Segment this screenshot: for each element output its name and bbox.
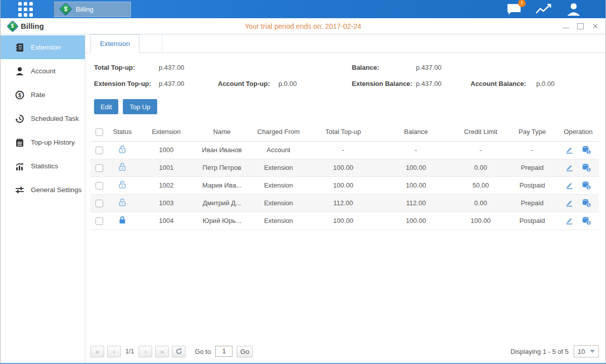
svg-text:$: $ — [18, 93, 21, 98]
col-balance: Balance — [378, 123, 454, 141]
cell-pay-type: Postpaid — [507, 176, 557, 194]
bar-chart-icon — [15, 162, 24, 171]
page-size-value: 10 — [578, 348, 585, 355]
app-grid-icon[interactable] — [18, 2, 33, 17]
next-page-button[interactable]: › — [138, 346, 152, 357]
user-account-icon[interactable] — [566, 3, 581, 16]
cell-credit-limit: 0.00 — [454, 159, 507, 176]
table-row: 1002 Мария Ива... Extension 100.00 100.0… — [90, 176, 599, 194]
sidebar: Extension Account $ Rate Scheduled Task — [1, 34, 85, 363]
account-topup-value: p.0.00 — [278, 80, 352, 87]
svg-text:$: $ — [588, 203, 590, 207]
sidebar-item-rate[interactable]: $ Rate — [1, 83, 85, 107]
tabstrip: Extension — [85, 34, 605, 53]
col-extension: Extension — [137, 123, 196, 141]
table-row: 1000 Иван Иванов Account - - - - $ — [90, 141, 599, 159]
cell-name: Юрий Юрь... — [196, 212, 248, 230]
edit-pencil-icon[interactable] — [565, 199, 574, 207]
account-balance-label: Account Balance: — [471, 80, 536, 87]
cell-name: Петр Петров — [196, 159, 248, 176]
top-up-coins-icon[interactable]: $ — [582, 199, 591, 208]
row-checkbox[interactable] — [96, 147, 103, 154]
topbar-actions: ! — [506, 3, 581, 16]
edit-pencil-icon[interactable] — [565, 216, 574, 225]
page-size-select[interactable]: 10 — [574, 345, 599, 357]
go-button[interactable]: Go — [237, 346, 253, 357]
billing-summary: Total Top-up: p.437.00 Balance: p.437.00… — [85, 53, 605, 87]
extension-topup-label: Extension Top-up: — [94, 80, 159, 87]
action-buttons: Edit Top Up — [94, 99, 605, 114]
col-status: Status — [108, 123, 137, 141]
chevron-down-icon — [590, 350, 595, 353]
table-row: 1004 Юрий Юрь... Extension 100.00 100.00… — [90, 212, 599, 230]
sidebar-item-topup-history[interactable]: Top-up History — [1, 130, 85, 154]
col-pay-type: Pay Type — [507, 123, 557, 141]
sidebar-item-scheduled-task[interactable]: Scheduled Task — [1, 107, 85, 130]
cell-pay-type: Postpaid — [507, 212, 557, 230]
row-checkbox[interactable] — [96, 182, 103, 190]
svg-text:$: $ — [588, 221, 590, 225]
sidebar-item-label: Scheduled Task — [31, 115, 79, 122]
notifications-icon[interactable]: ! — [506, 3, 522, 16]
taskbar-tab-billing[interactable]: $ Billing — [54, 2, 131, 17]
top-up-coins-icon[interactable]: $ — [582, 181, 591, 190]
edit-pencil-icon[interactable] — [565, 163, 574, 172]
sidebar-item-general-settings[interactable]: General Settings — [1, 178, 85, 202]
statistics-chart-icon[interactable] — [535, 3, 552, 16]
last-page-button[interactable]: » — [155, 346, 169, 357]
top-up-button[interactable]: Top Up — [123, 99, 157, 114]
tab-extension[interactable]: Extension — [90, 34, 139, 53]
table-header-row: Status Extension Name Charged From Total… — [90, 123, 599, 141]
page-indicator: 1/1 — [125, 348, 134, 355]
refresh-icon[interactable] — [172, 346, 185, 357]
sidebar-item-statistics[interactable]: Statistics — [1, 154, 85, 178]
ledger-icon — [15, 43, 24, 52]
desktop-topbar: $ Billing ! — [1, 0, 605, 18]
prev-page-button[interactable]: ‹ — [107, 346, 121, 357]
row-checkbox[interactable] — [96, 200, 103, 207]
edit-button[interactable]: Edit — [94, 99, 118, 114]
sidebar-item-extension[interactable]: Extension — [1, 35, 85, 59]
window-title: $ Billing — [8, 21, 44, 31]
minimize-button[interactable] — [563, 23, 569, 30]
account-balance-value: p.0.00 — [536, 80, 605, 87]
cell-pay-type: Prepaid — [507, 194, 557, 212]
sidebar-item-label: Extension — [31, 43, 61, 51]
edit-pencil-icon[interactable] — [565, 181, 574, 190]
edit-pencil-icon[interactable] — [565, 146, 574, 154]
svg-text:$: $ — [588, 186, 590, 190]
col-credit-limit: Credit Limit — [454, 123, 507, 141]
col-total-topup: Total Top-up — [309, 123, 378, 141]
cell-charged-from: Extension — [248, 159, 309, 176]
goto-input[interactable] — [215, 346, 232, 357]
sidebar-item-label: Statistics — [31, 162, 58, 170]
sidebar-item-account[interactable]: Account — [1, 59, 85, 83]
unlocked-icon — [118, 145, 127, 155]
top-up-coins-icon[interactable]: $ — [582, 163, 591, 172]
maximize-button[interactable] — [577, 23, 584, 30]
tab-label: Extension — [100, 40, 130, 48]
row-checkbox[interactable] — [96, 217, 103, 225]
unlocked-icon — [118, 180, 127, 191]
window-title-label: Billing — [21, 22, 44, 30]
notebook-icon — [15, 138, 24, 147]
close-button[interactable]: ✕ — [592, 23, 598, 30]
select-all-checkbox[interactable] — [96, 128, 103, 136]
displaying-text: Displaying 1 - 5 of 5 — [510, 348, 569, 355]
billing-app-icon: $ — [60, 4, 71, 15]
total-topup-label: Total Top-up: — [94, 64, 159, 71]
row-checkbox[interactable] — [96, 164, 103, 172]
cell-total-topup: 100.00 — [309, 212, 378, 230]
table-row: 1003 Дмитрий Д... Extension 112.00 112.0… — [90, 194, 599, 212]
col-name: Name — [196, 123, 248, 141]
top-up-coins-icon[interactable]: $ — [582, 146, 591, 155]
locked-icon — [118, 215, 127, 226]
top-up-coins-icon[interactable]: $ — [582, 216, 591, 225]
balance-value: p.437.00 — [416, 64, 471, 71]
sidebar-item-label: Account — [31, 67, 56, 75]
trial-notice: Your trial period ends on: 2017-02-24 — [245, 22, 361, 30]
cell-charged-from: Account — [248, 141, 309, 159]
first-page-button[interactable]: « — [90, 346, 104, 357]
cell-charged-from: Extension — [248, 176, 309, 194]
extension-balance-label: Extension Balance: — [352, 80, 416, 87]
